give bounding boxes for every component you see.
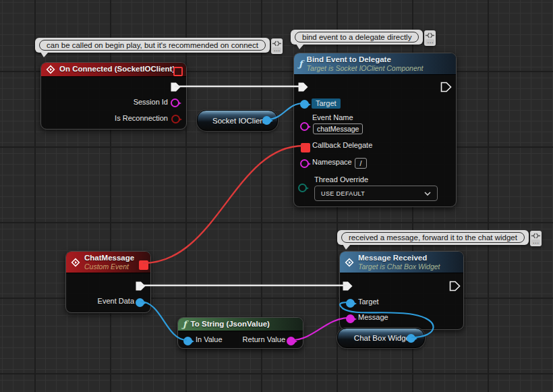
target-pin[interactable] [346,299,355,308]
exec-out-pin[interactable] [135,281,146,291]
pin-label-callback-delegate: Callback Delegate [312,141,372,149]
event-diamond-icon [71,258,80,267]
comment-tail [40,52,49,57]
comment-text: received a message, forward it to the ch… [341,232,525,243]
pin-label-is-reconnection: Is Reconnection [115,114,168,122]
callback-delegate-pin[interactable] [301,143,310,152]
node-chat-message[interactable]: ChatMessage Custom Event Event Data [65,251,151,313]
pin-label-message: Message [358,313,388,321]
function-f-icon: ƒ [299,59,303,68]
comment-more-icon[interactable]: … [426,39,434,45]
pin-label-target: Target [358,298,379,306]
comment-bubble: received a message, forward it to the ch… [337,230,529,245]
node-to-string-jsonvalue[interactable]: ƒ To String (JsonValue) In Value Return … [177,317,303,349]
event-name-pin[interactable] [300,122,309,131]
comment-text: bind event to a delegate directly [295,32,419,43]
comment-more-icon[interactable]: … [272,47,281,53]
in-value-pin[interactable] [183,337,192,345]
node-title: To String (JsonValue) [191,320,270,329]
delegate-pin[interactable] [173,67,183,76]
pin-label-thread-override: Thread Override [314,175,368,184]
node-bind-event-to-delegate[interactable]: ƒ Bind Event to Delegate Target is Socke… [293,53,457,207]
target-pin[interactable] [300,100,309,109]
chat-box-widget-output-pin[interactable] [407,334,415,343]
comment-on-connected[interactable]: can be called on begin play, but it's re… [35,38,283,54]
node-subtitle: Target is Socket IOClient Component [307,64,424,72]
exec-in-pin[interactable] [342,281,353,291]
node-title: Bind Event to Delegate [307,55,424,64]
pin-label-event-name: Event Name [312,113,353,121]
thread-override-pin[interactable] [298,184,307,192]
pin-label-return-value: Return Value [243,335,285,343]
namespace-pin[interactable] [300,159,309,168]
namespace-input[interactable]: / [355,158,367,169]
comment-controls: … [424,30,436,46]
pin-label-namespace: Namespace [312,158,352,166]
comment-tail [343,244,351,250]
pin-label-session-id: Session Id [134,98,168,106]
comment-more-icon[interactable]: … [531,240,540,245]
comment-controls: … [271,38,283,54]
node-header[interactable]: ƒ Bind Event to Delegate Target is Socke… [294,53,456,75]
comment-text: can be called on begin play, but it's re… [39,40,266,51]
node-header[interactable]: ƒ To String (JsonValue) [178,318,303,331]
variable-node-chat-box-widget[interactable]: Chat Box Widget [337,328,425,348]
variable-node-socket-ioclient[interactable]: Socket IOClient [197,110,278,131]
chevron-down-icon [424,190,431,197]
comment-bubble: bind event to a delegate directly [291,30,423,45]
return-value-pin[interactable] [287,337,295,345]
node-header[interactable]: On Connected (SocketIOClient) [41,63,186,77]
exec-out-pin[interactable] [440,82,452,92]
node-header[interactable]: Message Received Target is Chat Box Widg… [340,252,463,273]
is-reconnection-pin[interactable] [171,115,180,123]
node-on-connected[interactable]: On Connected (SocketIOClient) Session Id… [40,62,187,130]
exec-out-pin[interactable] [170,82,181,92]
delegate-pin[interactable] [139,260,148,270]
message-pin[interactable] [346,314,355,323]
node-subtitle: Custom Event [84,262,134,271]
socket-ioclient-output-pin[interactable] [262,116,271,125]
event-diamond-icon [46,65,55,74]
node-subtitle: Target is Chat Box Widget [358,262,440,271]
pin-label-target: Target [312,99,341,109]
comment-bubble: can be called on begin play, but it's re… [35,38,270,53]
event-data-pin[interactable] [136,298,144,307]
pin-label-in-value: In Value [196,335,223,343]
node-title: On Connected (SocketIOClient) [59,65,175,74]
function-f-icon: ƒ [183,320,187,329]
comment-tail [296,44,304,49]
node-title: Message Received [358,254,440,262]
node-title: ChatMessage [84,254,134,262]
wire-delegate-chatmessage-to-callback [143,146,303,263]
event-diamond-icon [345,258,354,267]
event-name-input[interactable]: chatMessage [313,123,363,134]
comment-controls: … [530,231,542,246]
session-id-pin[interactable] [171,99,179,107]
exec-in-pin[interactable] [297,82,309,92]
thread-override-dropdown[interactable]: USE DEFAULT [314,186,438,201]
dropdown-value: USE DEFAULT [321,190,365,197]
comment-bind-event[interactable]: bind event to a delegate directly … [291,30,436,46]
node-header[interactable]: ChatMessage Custom Event [66,252,150,273]
comment-received[interactable]: received a message, forward it to the ch… [337,230,542,246]
exec-out-pin[interactable] [449,281,461,291]
pin-label-event-data: Event Data [98,297,134,305]
node-message-received[interactable]: Message Received Target is Chat Box Widg… [339,251,464,330]
